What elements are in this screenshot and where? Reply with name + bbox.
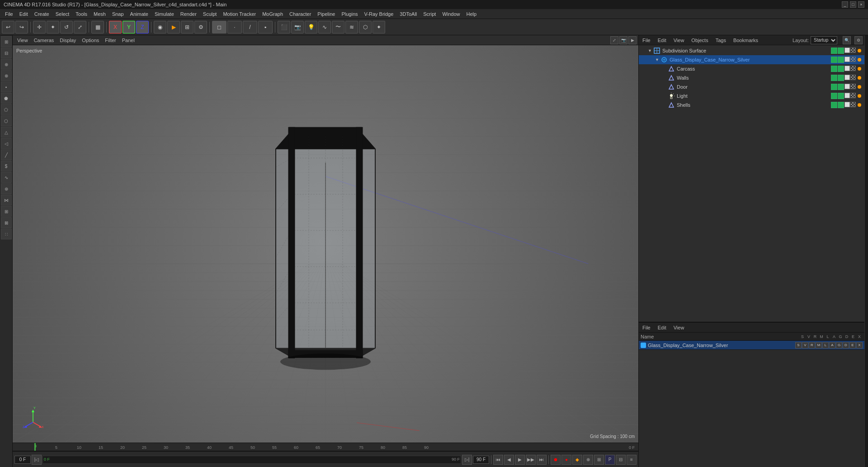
sidebar-btn-8[interactable]: ⬡ [1,115,12,126]
menu-pipeline[interactable]: Pipeline [314,10,338,18]
sidebar-btn-11[interactable]: ╱ [1,149,12,160]
attr-menu-view[interactable]: View [672,324,686,331]
menu-help[interactable]: Help [463,10,480,18]
toolbar-vray-light[interactable]: ✦ [373,21,385,33]
sidebar-btn-13[interactable]: ∿ [1,172,12,183]
obj-vis-d[interactable] [831,84,837,90]
attr-icon-s[interactable]: S [795,342,802,348]
viewport[interactable]: Perspective [13,45,638,443]
viewport-maximize[interactable]: ⤢ [610,36,618,44]
obj-menu-bookmarks[interactable]: Bookmarks [731,37,760,44]
menu-character[interactable]: Character [286,10,314,18]
obj-render-icon[interactable] [838,48,844,54]
obj-render-d[interactable] [838,84,844,90]
obj-row-carcass[interactable]: ▶ Carcass [639,64,864,73]
obj-row-walls[interactable]: ▶ Walls [639,73,864,82]
toolbar-render-cam[interactable]: ⬡ [359,21,372,33]
toolbar-z-axis[interactable]: Z [136,21,149,33]
menu-tools[interactable]: Tools [72,10,90,18]
sidebar-btn-12[interactable]: $ [1,161,12,172]
attr-menu-edit[interactable]: Edit [656,324,668,331]
timeline-key-options[interactable]: ⊞ [594,455,604,465]
menu-window[interactable]: Window [439,10,463,18]
sidebar-btn-18[interactable]: ∷ [1,229,12,239]
obj-menu-tags[interactable]: Tags [714,37,728,44]
obj-expand-arrow[interactable]: ▼ [648,48,653,53]
toolbar-light[interactable]: 💡 [305,21,317,33]
obj-vis-icon[interactable] [831,48,837,54]
timeline-play[interactable]: ▶ [515,455,525,465]
attr-icon-d[interactable]: D [843,342,849,348]
obj-vis-w[interactable] [831,75,837,81]
obj-expand-arrow-2[interactable]: ▼ [655,57,660,62]
obj-render-l[interactable] [838,93,844,99]
obj-row-door[interactable]: ▶ Door [639,82,864,91]
menu-simulate[interactable]: Simulate [151,10,177,18]
toolbar-poly-mode[interactable]: ▪ [258,21,273,33]
toolbar-render-settings[interactable]: ⚙ [194,21,207,33]
obj-row-subdivision[interactable]: ▼ Subdivision Surface [639,46,864,55]
sidebar-btn-1[interactable]: ⊞ [1,36,12,47]
menu-sculpt[interactable]: Sculpt [200,10,220,18]
viewport-menu-display[interactable]: Display [57,37,79,44]
sidebar-btn-7[interactable]: ⬠ [1,104,12,115]
toolbar-x-axis[interactable]: X [109,21,122,33]
menu-vray[interactable]: V-Ray Bridge [361,10,397,18]
toolbar-y-axis[interactable]: Y [123,21,135,33]
viewport-menu-view[interactable]: View [14,37,31,44]
attr-icon-m[interactable]: M [816,342,822,348]
timeline-key-p[interactable]: P [605,455,615,465]
viewport-menu-filter[interactable]: Filter [102,37,118,44]
sidebar-btn-17[interactable]: ⊠ [1,217,12,228]
viewport-render-btn[interactable]: ▶ [628,36,637,44]
timeline-set-start[interactable]: |◁ [32,455,42,465]
obj-render-w[interactable] [838,75,844,81]
timeline-key-r[interactable]: ⊟ [616,455,626,465]
timeline-record[interactable]: ● [561,455,571,465]
attr-menu-file[interactable]: File [641,324,652,331]
toolbar-nurbs[interactable]: ∿ [318,21,331,33]
menu-create[interactable]: Create [31,10,52,18]
sidebar-btn-15[interactable]: ⋈ [1,195,12,205]
timeline-key-add[interactable]: ⊕ [583,455,593,465]
timeline-keyframe[interactable]: ◆ [572,455,582,465]
attr-icon-e[interactable]: E [849,342,856,348]
sidebar-btn-10[interactable]: ◁ [1,138,12,149]
menu-mesh[interactable]: Mesh [90,10,109,18]
menu-edit[interactable]: Edit [16,10,31,18]
timeline-goto-start[interactable]: ⏮ [493,455,503,465]
timeline-scrubber[interactable]: 0 F 90 F [42,456,461,464]
attr-icon-x[interactable]: X [856,342,863,348]
attr-selected-row[interactable]: Glass_Display_Case_Narrow_Silver S V R M… [639,341,864,350]
obj-row-glass-case[interactable]: ▼ Glass_Display_Case_Narrow_Silver [639,55,864,64]
menu-motion-tracker[interactable]: Motion Tracker [220,10,259,18]
toolbar-render-to[interactable]: ⊞ [181,21,193,33]
maximize-button[interactable]: □ [850,1,856,8]
viewport-menu-panel[interactable]: Panel [119,37,137,44]
menu-render[interactable]: Render [177,10,200,18]
menu-plugins[interactable]: Plugins [338,10,361,18]
obj-vis-l[interactable] [831,93,837,99]
obj-row-light[interactable]: ▶ Light [639,91,864,100]
toolbar-live-select[interactable]: ✛ [33,21,46,33]
toolbar-edge-mode[interactable]: / [243,21,257,33]
toolbar-move[interactable]: ✦ [47,21,59,33]
timeline-set-end[interactable]: ▷| [462,455,472,465]
toolbar-obj-mode[interactable]: ◻ [212,21,226,33]
toolbar-render-region[interactable]: ▦ [91,21,104,33]
timeline-play-back[interactable]: ◀ [504,455,514,465]
sidebar-btn-14[interactable]: ⊛ [1,183,12,194]
sidebar-btn-2[interactable]: ⊟ [1,48,12,58]
obj-menu-edit[interactable]: Edit [656,37,668,44]
menu-script[interactable]: Script [420,10,439,18]
menu-select[interactable]: Select [52,10,73,18]
viewport-menu-cameras[interactable]: Cameras [31,37,57,44]
timeline-auto-key[interactable]: ⏺ [551,455,561,465]
toolbar-environment[interactable]: ≋ [345,21,358,33]
attr-icon-v[interactable]: V [802,342,808,348]
toolbar-deformer[interactable]: 〜 [332,21,344,33]
obj-menu-view[interactable]: View [672,37,686,44]
obj-vis-s[interactable] [831,102,837,108]
sidebar-btn-16[interactable]: ⊞ [1,206,12,217]
menu-snap[interactable]: Snap [109,10,127,18]
